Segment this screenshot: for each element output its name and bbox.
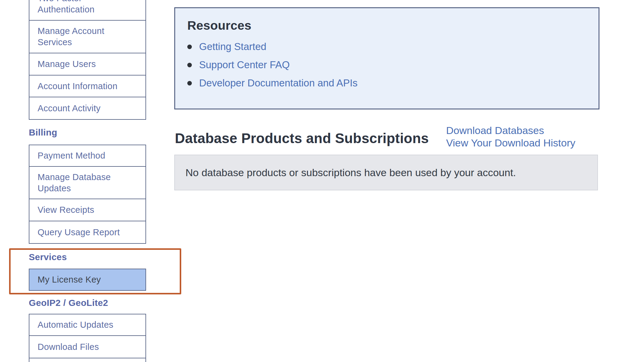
sidebar-item-label: Manage Account Services [38,25,132,48]
sidebar-item-label: My License Key [38,274,101,285]
empty-state-message: No database products or subscriptions ha… [185,167,516,179]
sidebar-item-label: Two Factor Authentication [38,0,132,15]
sidebar-item-my-license-key[interactable]: My License Key [29,269,146,291]
sidebar-item-label: Account Information [38,81,118,92]
sidebar-item-label: Account Activity [38,103,101,114]
sidebar-item-manage-users[interactable]: Manage Users [29,53,146,75]
resources-panel: Resources Getting Started Support Center… [174,7,599,109]
database-products-heading: Database Products and Subscriptions [175,130,429,146]
sidebar-item-label: Manage Users [38,59,96,70]
download-databases-link[interactable]: Download Databases [446,124,576,137]
view-download-history-link[interactable]: View Your Download History [446,137,576,149]
sidebar-item-label: Automatic Updates [38,319,113,330]
sidebar-group-billing: Payment Method Manage Database Updates V… [29,145,146,244]
sidebar-item-label: Manage Database Updates [38,172,132,194]
sidebar-section-billing: Billing [29,127,57,138]
list-item: Developer Documentation and APIs [187,74,599,92]
sidebar-item-label: View Receipts [38,204,94,216]
empty-state-banner: No database products or subscriptions ha… [174,155,598,190]
sidebar-section-geoip: GeoIP2 / GeoLite2 [29,298,108,308]
sidebar-item-account-activity[interactable]: Account Activity [29,97,146,120]
sidebar-item-partial[interactable] [29,358,146,362]
sidebar-group-account: Two Factor Authentication Manage Account… [29,0,146,120]
getting-started-link[interactable]: Getting Started [199,41,266,52]
sidebar-item-view-receipts[interactable]: View Receipts [29,199,146,221]
sidebar-item-label: Payment Method [38,150,105,161]
sidebar-item-download-files[interactable]: Download Files [29,335,146,358]
list-item: Support Center FAQ [187,56,599,74]
sidebar-item-payment-method[interactable]: Payment Method [29,145,146,167]
sidebar-item-manage-account-services[interactable]: Manage Account Services [29,20,146,53]
sidebar-item-label: Query Usage Report [38,227,120,238]
database-action-links: Download Databases View Your Download Hi… [446,124,576,149]
sidebar-section-services: Services [29,252,67,262]
bullet-icon [187,63,192,67]
list-item: Getting Started [187,38,599,56]
sidebar-item-manage-database-updates[interactable]: Manage Database Updates [29,166,146,199]
sidebar-item-query-usage-report[interactable]: Query Usage Report [29,221,146,244]
sidebar-item-two-factor-authentication[interactable]: Two Factor Authentication [29,0,146,21]
bullet-icon [187,45,192,49]
resources-title: Resources [187,18,599,33]
bullet-icon [187,81,192,85]
sidebar-item-label: Download Files [38,341,99,353]
sidebar-group-geoip: Automatic Updates Download Files [29,314,146,362]
sidebar-item-account-information[interactable]: Account Information [29,75,146,97]
support-center-faq-link[interactable]: Support Center FAQ [199,59,290,71]
developer-documentation-link[interactable]: Developer Documentation and APIs [199,77,358,89]
sidebar-item-automatic-updates[interactable]: Automatic Updates [29,314,146,336]
sidebar-group-services: My License Key [29,269,146,291]
resources-link-list: Getting Started Support Center FAQ Devel… [175,38,599,92]
